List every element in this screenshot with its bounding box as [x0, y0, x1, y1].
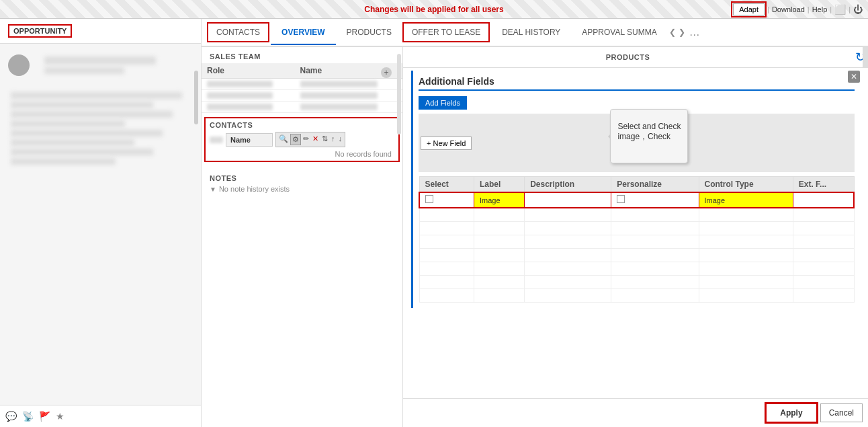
tab-deal-history[interactable]: DEAL HISTORY	[491, 21, 571, 45]
banner-actions: Adapt | Download | Help | ⬜ | ⏻	[733, 3, 863, 15]
table-row	[202, 102, 402, 113]
name-blur	[44, 56, 156, 65]
table-row	[419, 221, 854, 235]
col-description: Description	[525, 177, 611, 193]
avatar	[8, 54, 30, 76]
tab-offer-to-lease[interactable]: OFFER TO LEASE	[402, 22, 490, 42]
content-left: SALES TEAM + Role Name	[202, 47, 403, 427]
table-row	[419, 235, 854, 248]
chevron-down-icon: ▼	[210, 186, 216, 193]
blur-row-4	[11, 120, 125, 127]
help-link[interactable]: Help	[812, 5, 828, 13]
add-fields-button[interactable]: Add Fields	[419, 96, 467, 110]
tab-more-icon[interactable]: …	[687, 26, 703, 38]
select-checkbox[interactable]	[425, 195, 433, 203]
content-right: PRODUCTS ↻ ✕ Additional Fields Add Field…	[403, 47, 868, 427]
col-ext-f: Ext. F...	[793, 177, 854, 193]
personalize-cell	[611, 192, 699, 208]
content-area: SALES TEAM + Role Name	[202, 47, 868, 427]
apply-button[interactable]: Apply	[765, 403, 817, 423]
contact-initial	[210, 137, 223, 143]
blur-row-2	[11, 102, 153, 108]
tab-contacts[interactable]: CONTACTS	[207, 22, 269, 42]
blur-row-3	[11, 111, 173, 118]
col-label: Label	[474, 177, 524, 193]
new-field-row: + New Field Select and Check image，Check	[419, 114, 855, 172]
role-col-header: Role	[202, 63, 295, 79]
tab-next-icon[interactable]: ❯	[677, 28, 687, 37]
tooltip-text: Select and Check image，Check	[617, 122, 681, 143]
left-panel: OPPORTUNITY	[0, 19, 202, 427]
sales-team-header: SALES TEAM	[202, 47, 402, 63]
delete-icon[interactable]: ✕	[311, 134, 320, 145]
tab-approval-summary[interactable]: APPROVAL SUMMA	[571, 21, 667, 45]
star-icon[interactable]: ★	[56, 411, 64, 422]
no-notes-text: No note history exists	[219, 185, 290, 193]
pencil-icon[interactable]: ✏	[302, 134, 310, 145]
contacts-name-field: Name	[226, 133, 273, 147]
notes-header: NOTES	[210, 174, 394, 182]
tabs-bar: CONTACTS OVERVIEW PRODUCTS OFFER TO LEAS…	[202, 19, 868, 47]
right-panel: CONTACTS OVERVIEW PRODUCTS OFFER TO LEAS…	[202, 19, 868, 427]
col-select: Select	[419, 177, 474, 193]
close-button[interactable]: ✕	[848, 71, 860, 83]
additional-fields-content: Additional Fields Add Fields + New Field…	[411, 71, 860, 308]
col-control-type: Control Type	[699, 177, 793, 193]
power-icon[interactable]: ⏻	[853, 4, 863, 15]
up-icon[interactable]: ↑	[330, 134, 337, 145]
table-row	[202, 79, 402, 90]
blur-row-6	[11, 139, 134, 146]
contacts-section-header: CONTACTS	[207, 120, 397, 130]
label-cell: Image	[474, 192, 524, 208]
sales-team-table: Role Name	[202, 63, 402, 113]
left-scroll[interactable]	[397, 54, 401, 134]
scroll-bar[interactable]	[194, 71, 198, 124]
table-row	[202, 90, 402, 102]
fields-table: Select Label Description Personalize Con…	[419, 176, 855, 303]
footer-bar: Apply Cancel	[403, 398, 868, 427]
action-icons-bar: 🔍 ⚙ ✏ ✕ ⇅ ↑ ↓	[275, 132, 345, 147]
new-field-button[interactable]: + New Field	[421, 137, 472, 150]
tab-products[interactable]: PRODUCTS	[336, 21, 402, 45]
table-header-row: Select Label Description Personalize Con…	[419, 177, 854, 193]
table-row	[419, 288, 854, 302]
description-cell	[525, 192, 611, 208]
contacts-row: ➤ Name 🔍 ⚙ ✏ ✕ ⇅ ↑ ↓	[207, 130, 397, 149]
banner-message: Changes will be applied for all users	[364, 5, 503, 14]
cancel-button[interactable]: Cancel	[820, 403, 863, 422]
select-cell	[419, 192, 474, 208]
contacts-section: CONTACTS ➤ Name 🔍 ⚙ ✏	[204, 117, 400, 162]
left-content	[0, 44, 201, 405]
ext-f-cell	[793, 192, 854, 208]
download-link[interactable]: Download	[772, 5, 805, 13]
bottom-icons-bar: 💬 📡 🚩 ★	[0, 405, 201, 427]
adapt-button[interactable]: Adapt	[733, 3, 765, 15]
tab-overview[interactable]: OVERVIEW	[271, 21, 335, 45]
products-label: PRODUCTS	[403, 48, 853, 67]
table-row	[419, 208, 854, 221]
tooltip-bubble: Select and Check image，Check	[610, 109, 688, 163]
blur-row-7	[11, 149, 153, 155]
blur-row-8	[11, 158, 116, 165]
feed-icon[interactable]: 📡	[22, 411, 34, 422]
chat-icon[interactable]: 💬	[5, 411, 17, 422]
tab-prev-icon[interactable]: ❮	[668, 28, 677, 37]
opportunity-header: OPPORTUNITY	[0, 19, 201, 44]
edit-detail-icon[interactable]: 🔍	[277, 134, 290, 145]
blur-row-1	[11, 92, 182, 99]
move-icon[interactable]: ⇅	[320, 134, 329, 145]
main-layout: OPPORTUNITY	[0, 19, 868, 427]
window-icon[interactable]: ⬜	[834, 4, 846, 15]
gear-settings-icon[interactable]: ⚙	[290, 134, 301, 145]
right-scroll[interactable]	[863, 47, 868, 67]
sub-blur	[44, 67, 124, 74]
down-icon[interactable]: ↓	[337, 134, 344, 145]
personalize-checkbox[interactable]	[617, 195, 625, 203]
control-type-cell: Image	[699, 192, 793, 208]
flag-icon[interactable]: 🚩	[39, 411, 50, 422]
additional-fields-panel: ✕ Additional Fields Add Fields + New Fie…	[411, 71, 860, 395]
additional-fields-title: Additional Fields	[419, 76, 855, 91]
add-button[interactable]: +	[381, 67, 392, 78]
products-header-area: PRODUCTS ↻	[403, 47, 868, 68]
table-row	[419, 262, 854, 275]
